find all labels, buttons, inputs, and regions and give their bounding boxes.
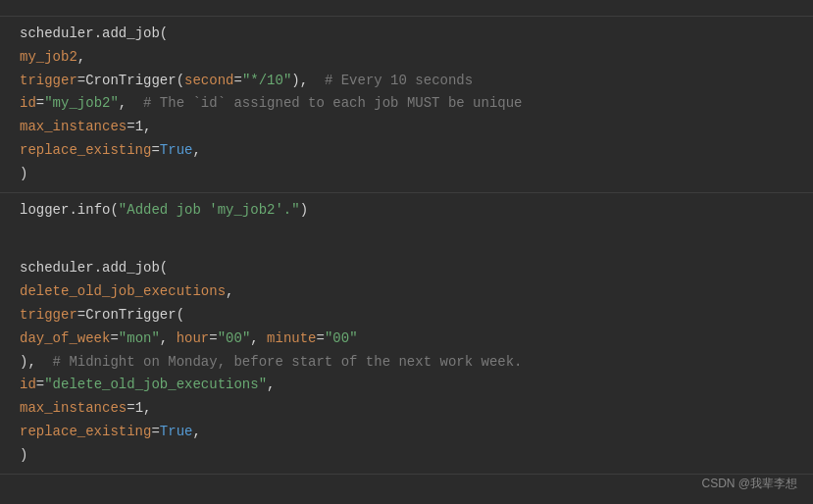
code-token: max_instances <box>20 116 127 139</box>
code-token: = <box>77 70 85 93</box>
code-token: day_of_week <box>20 328 110 351</box>
code-token: id <box>20 374 36 397</box>
code-token: id <box>20 92 36 116</box>
code-token: = <box>209 328 217 351</box>
separator <box>0 16 813 17</box>
code-token: , <box>226 280 233 304</box>
code-line: id="my_job2", # The `id` assigned to eac… <box>0 92 813 116</box>
code-token: ) <box>20 163 27 186</box>
code-token: = <box>110 328 118 351</box>
code-token: "delete_old_job_executions" <box>44 374 267 397</box>
code-line: ) <box>0 163 813 186</box>
code-token: , <box>192 421 200 444</box>
code-token: = <box>36 92 44 116</box>
separator <box>0 474 813 475</box>
code-token: = <box>127 116 134 139</box>
code-line: delete_old_job_executions, <box>0 280 813 304</box>
watermark: CSDN @我辈李想 <box>701 476 797 492</box>
code-token: , <box>192 139 200 163</box>
code-line: replace_existing=True, <box>0 421 813 444</box>
blank-line <box>0 222 813 239</box>
code-token: ( <box>160 23 168 46</box>
code-line: trigger=CronTrigger(second="*/10"), # Ev… <box>0 70 813 93</box>
code-token: ), <box>20 351 36 375</box>
code-token: replace_existing <box>20 139 151 163</box>
code-line: scheduler.add_job( <box>0 23 813 46</box>
code-token: = <box>151 139 159 163</box>
code-line: scheduler.add_job( <box>0 257 813 280</box>
code-token: , <box>160 328 177 351</box>
code-token: add_job <box>102 257 160 280</box>
code-token: replace_existing <box>20 421 151 444</box>
code-token: hour <box>177 328 210 351</box>
code-token: "Added job 'my_job2'. <box>119 199 291 223</box>
code-token: ( <box>110 199 118 223</box>
code-token: . <box>94 23 102 46</box>
code-token: = <box>36 374 44 397</box>
code-token: = <box>317 328 325 351</box>
code-token: , <box>250 328 267 351</box>
code-line: replace_existing=True, <box>0 139 813 163</box>
code-token: ) <box>20 444 27 468</box>
code-token: "my_job2" <box>44 92 119 116</box>
code-token: ( <box>177 70 184 93</box>
code-token: , <box>267 374 275 397</box>
code-token: "00" <box>218 328 251 351</box>
code-token: add_job <box>102 23 160 46</box>
code-line: logger.info("Added job 'my_job2'.") <box>0 199 813 223</box>
code-token: , <box>77 46 85 70</box>
code-token: . <box>69 199 76 223</box>
code-token: . <box>94 257 102 280</box>
separator <box>0 192 813 193</box>
code-token: CronTrigger <box>85 70 176 93</box>
code-token: # Midnight on Monday, before start of th… <box>36 351 523 375</box>
code-token: scheduler <box>20 23 94 46</box>
code-token: "mon" <box>119 328 160 351</box>
code-line: max_instances=1, <box>0 116 813 139</box>
code-line: ), # Midnight on Monday, before start of… <box>0 351 813 375</box>
code-token: , <box>119 92 127 116</box>
code-token: delete_old_job_executions <box>20 280 226 304</box>
code-token: ), <box>291 70 308 93</box>
code-token: trigger <box>20 70 77 93</box>
code-token: , <box>143 397 151 421</box>
code-token: ) <box>300 199 308 223</box>
code-line: my_job2, <box>0 46 813 70</box>
code-token: # The `id` assigned to each job MUST be … <box>127 92 522 116</box>
code-line: ) <box>0 444 813 468</box>
code-line: day_of_week="mon", hour="00", minute="00… <box>0 328 813 351</box>
code-token: "*/10" <box>242 70 291 93</box>
code-token: 1 <box>135 116 143 139</box>
code-token: "00" <box>325 328 358 351</box>
code-token: # Every 10 seconds <box>308 70 473 93</box>
code-line: trigger=CronTrigger( <box>0 304 813 328</box>
code-token: " <box>291 199 299 223</box>
code-token: , <box>143 116 151 139</box>
code-token: = <box>127 397 134 421</box>
code-token: = <box>77 304 85 328</box>
code-token: second <box>184 70 233 93</box>
code-token: True <box>160 421 193 444</box>
code-token: ( <box>160 257 168 280</box>
code-token: CronTrigger <box>85 304 176 328</box>
code-editor: scheduler.add_job( my_job2, trigger=Cron… <box>0 0 813 504</box>
code-token: True <box>160 139 193 163</box>
code-token: minute <box>267 328 316 351</box>
code-line: max_instances=1, <box>0 397 813 421</box>
blank-line <box>0 239 813 257</box>
code-token: max_instances <box>20 397 127 421</box>
code-token: my_job2 <box>20 46 77 70</box>
code-token: = <box>233 70 241 93</box>
code-line: id="delete_old_job_executions", <box>0 374 813 397</box>
code-token: 1 <box>135 397 143 421</box>
code-token: info <box>77 199 111 223</box>
code-token: = <box>151 421 159 444</box>
code-token: logger <box>20 199 69 223</box>
code-token: trigger <box>20 304 77 328</box>
code-token: scheduler <box>20 257 94 280</box>
code-token: ( <box>177 304 184 328</box>
